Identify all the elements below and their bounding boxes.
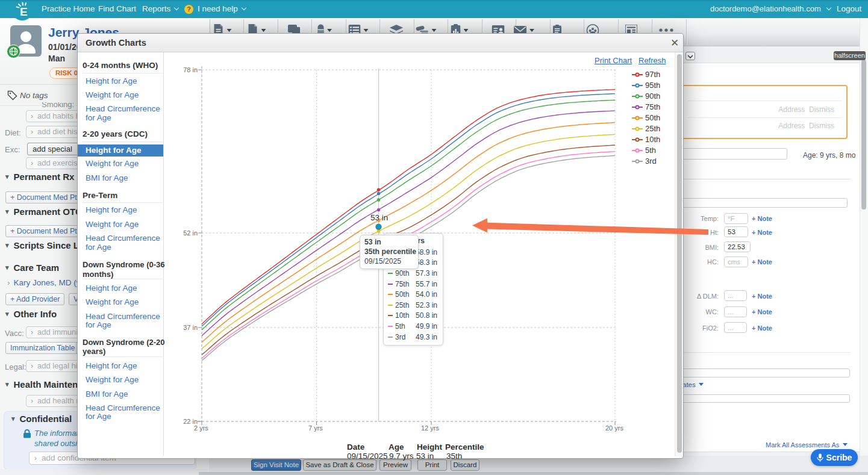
svg-text:E: E — [20, 5, 28, 17]
